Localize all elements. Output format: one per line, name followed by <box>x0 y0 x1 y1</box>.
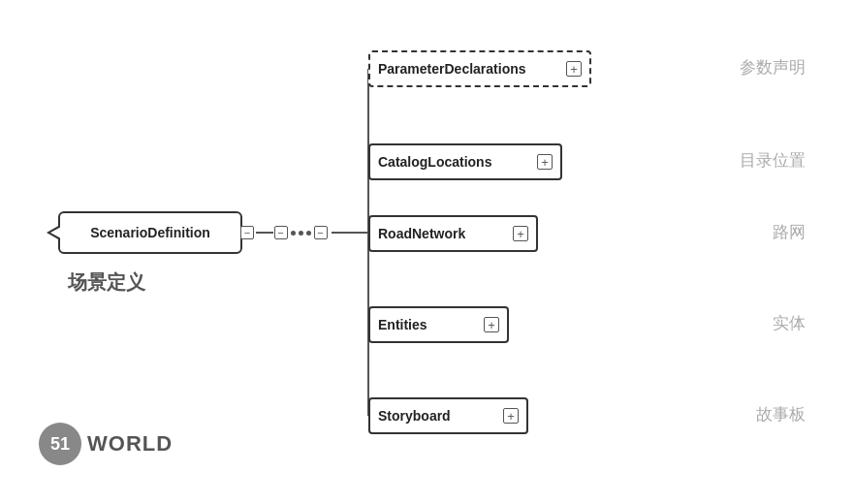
storyboard-plus-btn[interactable]: + <box>503 408 519 424</box>
catalog-cn-label: 目录位置 <box>740 149 806 172</box>
road-network-label: RoadNetwork <box>378 226 465 241</box>
scenario-definition-box: ScenarioDefinition − <box>58 211 242 254</box>
scenario-def-label: ScenarioDefinition <box>90 225 210 240</box>
connector-minus-right[interactable]: − <box>314 226 328 239</box>
entities-cn-label: 实体 <box>773 312 806 334</box>
logo-text: WORLD <box>87 431 173 457</box>
dot-1 <box>291 231 296 236</box>
diamond-connector: − − <box>271 221 330 244</box>
storyboard-cn-label: 故事板 <box>756 403 806 425</box>
dots-line <box>291 231 311 236</box>
param-declarations-box: ParameterDeclarations + <box>368 50 591 87</box>
dot-2 <box>299 231 303 236</box>
param-declarations-plus-btn[interactable]: + <box>566 61 582 77</box>
road-network-box: RoadNetwork + <box>368 215 538 252</box>
scenario-def-minus-btn[interactable]: − <box>240 226 254 239</box>
logo-number: 51 <box>50 434 70 455</box>
catalog-locations-box: CatalogLocations + <box>368 143 562 180</box>
param-cn-label: 参数声明 <box>740 56 806 79</box>
entities-box: Entities + <box>368 306 509 343</box>
catalog-locations-plus-btn[interactable]: + <box>537 154 553 170</box>
arrow-left-cover <box>50 227 61 238</box>
scenario-def-cn-label: 场景定义 <box>68 269 145 296</box>
road-network-plus-btn[interactable]: + <box>513 226 528 241</box>
storyboard-box: Storyboard + <box>368 397 528 434</box>
entities-plus-btn[interactable]: + <box>484 317 499 332</box>
catalog-locations-label: CatalogLocations <box>378 154 491 170</box>
diagram-container: ScenarioDefinition − 场景定义 − − ParameterD… <box>0 0 854 504</box>
road-cn-label: 路网 <box>773 221 806 243</box>
param-declarations-label: ParameterDeclarations <box>378 61 526 77</box>
logo-circle: 51 <box>39 423 81 465</box>
connector-minus-left[interactable]: − <box>274 226 288 239</box>
storyboard-label: Storyboard <box>378 408 451 424</box>
logo: 51 WORLD <box>39 423 173 465</box>
dot-3 <box>306 231 311 236</box>
entities-label: Entities <box>378 317 427 332</box>
